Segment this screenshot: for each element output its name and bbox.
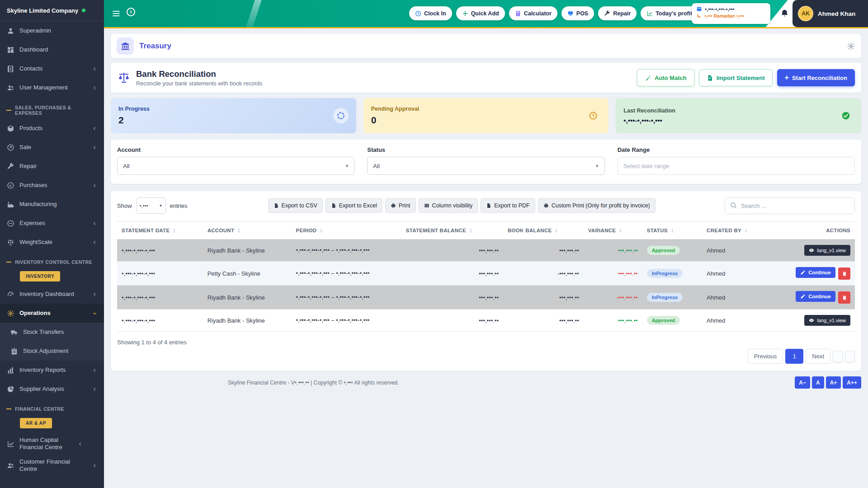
calculator-icon	[515, 10, 521, 17]
eye-icon	[809, 248, 814, 253]
repair-button[interactable]: Repair	[598, 6, 637, 20]
chevron-left-icon	[92, 183, 97, 188]
export-pdf-button[interactable]: Export to PDF	[481, 198, 535, 213]
scales-icon	[117, 71, 131, 84]
scale-icon	[7, 239, 14, 246]
notification-bell-icon[interactable]	[780, 9, 789, 18]
purchases-icon	[7, 182, 14, 189]
sidebar-item-weightscale[interactable]: WeightScale	[0, 233, 104, 252]
export-csv-button[interactable]: Export to CSV	[268, 198, 323, 213]
font-normal-button[interactable]: A	[812, 376, 824, 389]
button-label: Print	[399, 202, 410, 209]
sidebar-item-repair[interactable]: Repair	[0, 157, 104, 176]
delete-button[interactable]	[838, 267, 850, 280]
reconciliation-actions: Auto Match Import Statement + Start Reco…	[637, 69, 855, 86]
cell-account: Petty Cash - Skyline	[203, 262, 292, 286]
sidebar-item-stock-adjustment[interactable]: Stock Adjustment	[0, 342, 104, 361]
status-badge: InProgress	[647, 293, 683, 302]
column-header-created-by[interactable]: CREATED BY	[702, 222, 770, 239]
button-label: Auto Match	[655, 75, 687, 81]
clock-in-button[interactable]: Clock In	[409, 6, 452, 20]
sort-icon[interactable]	[618, 228, 623, 233]
column-visibility-button[interactable]: Column visibility	[419, 198, 478, 213]
status-filter-select[interactable]: All	[367, 157, 604, 175]
date-widget[interactable]: •,•••-•,•••-•,••• •,••• Ramadan •,•••	[692, 3, 770, 24]
print-button[interactable]: Print	[385, 198, 416, 213]
previous-page-button[interactable]: Previous	[748, 349, 783, 364]
pagination-mini-button[interactable]	[845, 351, 855, 362]
export-excel-button[interactable]: Export to Excel	[326, 198, 382, 213]
view-button[interactable]: lang_v1.view	[804, 315, 850, 326]
continue-button[interactable]: Continue	[796, 267, 835, 278]
stat-pending-approval: Pending Approval 0	[363, 98, 609, 133]
font-larger-button[interactable]: A+	[826, 376, 841, 389]
sidebar-item-sale[interactable]: Sale	[0, 138, 104, 157]
date-range-input[interactable]	[618, 157, 855, 175]
cell-period: •,•••-•,•••-•,••• – •,•••-•,•••-•,•••	[292, 239, 401, 262]
sort-icon[interactable]	[319, 228, 324, 233]
sidebar-item-label: Inventory Dashboard	[19, 291, 87, 298]
account-filter-select[interactable]: All	[117, 157, 354, 175]
continue-button[interactable]: Continue	[796, 291, 835, 302]
user-menu[interactable]: AK Ahmed Khan	[793, 0, 868, 27]
import-statement-button[interactable]: Import Statement	[699, 69, 773, 86]
hamburger-menu-icon[interactable]	[112, 9, 121, 18]
column-header-book-balance[interactable]: BOOK BALANCE	[503, 222, 584, 239]
column-header-period[interactable]: PERIOD	[292, 222, 401, 239]
sidebar-item-inventory-reports[interactable]: Inventory Reports	[0, 361, 104, 380]
page-number-button[interactable]: 1	[785, 349, 803, 364]
copyright-text: Skyline Financial Centre - V•,•••.•• | C…	[111, 380, 516, 386]
sort-icon[interactable]	[236, 228, 241, 233]
sidebar-item-user-management[interactable]: User Management	[0, 78, 104, 97]
column-header-statement-balance[interactable]: STATEMENT BALANCE	[401, 222, 503, 239]
online-status-dot	[82, 9, 85, 12]
sort-icon[interactable]	[468, 228, 473, 233]
sidebar-item-supplier-analysis[interactable]: Supplier Analysis	[0, 380, 104, 399]
avatar: AK	[798, 6, 813, 21]
auto-match-button[interactable]: Auto Match	[637, 69, 694, 86]
sidebar-item-label: Dashboard	[19, 46, 97, 53]
sidebar-item-human-capital[interactable]: Human Capital Financial Centre	[0, 432, 104, 456]
delete-button[interactable]	[838, 291, 850, 304]
settings-gear-icon[interactable]	[847, 42, 855, 51]
table-row: •,•••-•,•••-•,••• Riyadh Bank - Skyline …	[117, 286, 855, 310]
column-header-account[interactable]: ACCOUNT	[203, 222, 292, 239]
sort-icon[interactable]	[670, 228, 675, 233]
pencil-icon	[800, 294, 806, 299]
sidebar-item-inventory-dashboard[interactable]: Inventory Dashboard	[0, 285, 104, 304]
sidebar-item-dashboard[interactable]: Dashboard	[0, 40, 104, 59]
sidebar-item-label: Products	[19, 125, 87, 132]
calculator-button[interactable]: Calculator	[509, 6, 557, 20]
sidebar-item-superadmin[interactable]: Superadmin	[0, 21, 104, 40]
sort-icon[interactable]	[172, 228, 177, 233]
start-reconciliation-button[interactable]: + Start Reconciliation	[777, 69, 855, 86]
font-smaller-button[interactable]: A−	[795, 376, 810, 389]
view-button[interactable]: lang_v1.view	[804, 245, 850, 256]
sort-icon[interactable]	[744, 228, 749, 233]
pos-button[interactable]: POS	[561, 6, 594, 20]
column-header-status[interactable]: STATUS	[642, 222, 702, 239]
column-header-statement-date[interactable]: STATEMENT DATE	[117, 222, 203, 239]
factory-icon	[7, 201, 14, 208]
todays-profit-button[interactable]: Today's profit	[641, 6, 698, 20]
sidebar-item-purchases[interactable]: Purchases	[0, 176, 104, 195]
sidebar-item-products[interactable]: Products	[0, 119, 104, 138]
sidebar-item-operations[interactable]: Operations	[0, 304, 104, 323]
info-icon[interactable]: i	[127, 8, 135, 16]
pagination-mini-button[interactable]	[833, 351, 843, 362]
sidebar-item-stock-transfers[interactable]: Stock Transfers	[0, 323, 104, 342]
next-page-button[interactable]: Next	[806, 349, 830, 364]
column-header-variance[interactable]: VARIANCE	[584, 222, 642, 239]
page-size-select[interactable]: •,•••	[136, 197, 166, 214]
stat-value: 2	[118, 115, 150, 126]
custom-print-button[interactable]: Custom Print (Only for profit by invoice…	[538, 198, 656, 213]
quick-actions: Clock In Quick Add Calculator POS Repair…	[409, 6, 698, 20]
quick-add-button[interactable]: Quick Add	[456, 6, 505, 20]
sidebar-item-contacts[interactable]: Contacts	[0, 59, 104, 78]
sidebar-item-expenses[interactable]: Expenses	[0, 214, 104, 233]
sidebar-item-manufacturing[interactable]: Manufacturing	[0, 195, 104, 214]
font-largest-button[interactable]: A++	[843, 376, 861, 389]
sidebar-item-customer-financial[interactable]: Customer Financial Centre	[0, 456, 104, 475]
sort-icon[interactable]	[554, 228, 559, 233]
search-input[interactable]	[725, 197, 855, 214]
